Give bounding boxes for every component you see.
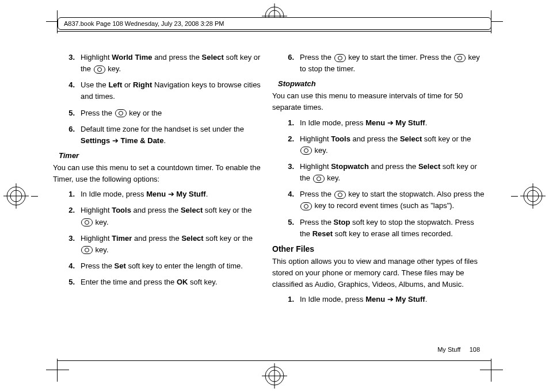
registration-target-icon [520, 183, 546, 209]
step-item: 3.Highlight World Time and press the Sel… [63, 52, 266, 75]
timer-heading: Timer [59, 151, 266, 160]
step-text: Highlight Tools and press the Select sof… [81, 205, 266, 228]
step-list: 1.In Idle mode, press Menu ➔ My Stuff.2.… [283, 117, 486, 240]
step-text: Press the key to start the timer. Press … [300, 52, 486, 75]
step-text: In Idle mode, press Menu ➔ My Stuff. [300, 117, 486, 129]
ok-key-icon [334, 54, 346, 62]
step-text: Default time zone for the handset is set… [81, 124, 266, 147]
footer-section: My Stuff [437, 346, 460, 353]
step-number: 2. [63, 205, 75, 228]
right-column: 6.Press the key to start the timer. Pres… [283, 52, 486, 340]
step-item: 3.Highlight Stopwatch and press the Sele… [283, 161, 486, 184]
step-item: 2.Highlight Tools and press the Select s… [283, 133, 486, 156]
step-text: Highlight Timer and press the Select sof… [81, 233, 266, 256]
step-list: 1.In Idle mode, press Menu ➔ My Stuff.2.… [63, 189, 266, 288]
step-text: Highlight World Time and press the Selec… [81, 52, 266, 75]
step-text: Enter the time and press the OK soft key… [81, 276, 266, 288]
step-item: 1.In Idle mode, press Menu ➔ My Stuff. [283, 117, 486, 129]
step-item: 3.Highlight Timer and press the Select s… [63, 233, 266, 256]
step-list: 6.Press the key to start the timer. Pres… [283, 52, 486, 75]
step-item: 1.In Idle mode, press Menu ➔ My Stuff. [63, 189, 266, 200]
step-text: Press the Stop soft key to stop the stop… [300, 217, 486, 240]
step-number: 4. [283, 189, 294, 212]
stopwatch-heading: Stopwatch [278, 79, 486, 88]
footer-page: 108 [470, 346, 480, 353]
step-number: 3. [283, 161, 294, 184]
ok-key-icon [313, 175, 325, 183]
step-number: 1. [283, 294, 294, 305]
step-text: Highlight Tools and press the Select sof… [300, 133, 486, 156]
step-number: 1. [283, 117, 294, 129]
trim-mark-icon [511, 196, 518, 197]
step-item: 6.Press the key to start the timer. Pres… [283, 52, 486, 75]
ok-key-icon [334, 191, 346, 199]
step-text: Use the Left or Right Navigation keys to… [81, 79, 266, 102]
ok-key-icon [454, 54, 466, 62]
ok-key-icon [81, 246, 93, 254]
ok-key-icon [115, 109, 127, 117]
step-item: 5.Enter the time and press the OK soft k… [63, 276, 266, 288]
step-list: 3.Highlight World Time and press the Sel… [63, 52, 266, 147]
timer-intro: You can use this menu to set a countdown… [53, 162, 266, 185]
other-files-heading: Other Files [272, 244, 486, 253]
step-number: 6. [283, 52, 294, 75]
step-item: 5.Press the key or the [63, 107, 266, 119]
step-item: 2.Highlight Tools and press the Select s… [63, 205, 266, 228]
stopwatch-intro: You can use this menu to measure interva… [272, 90, 486, 113]
step-number: 4. [63, 260, 75, 272]
left-column: 3.Highlight World Time and press the Sel… [63, 52, 266, 340]
step-text: In Idle mode, press Menu ➔ My Stuff. [300, 294, 486, 305]
step-text: Press the Set soft key to enter the leng… [81, 260, 266, 272]
step-text: Highlight Stopwatch and press the Select… [300, 161, 486, 184]
step-number: 5. [63, 276, 75, 288]
step-item: 6.Default time zone for the handset is s… [63, 124, 266, 147]
registration-target-icon [262, 363, 287, 389]
content-columns: 3.Highlight World Time and press the Sel… [63, 52, 486, 340]
step-item: 4.Use the Left or Right Navigation keys … [63, 79, 266, 102]
step-number: 1. [63, 189, 75, 200]
registration-target-icon [3, 183, 29, 209]
rule-line [58, 31, 491, 32]
step-text: Press the key to start the stopwatch. Al… [300, 189, 486, 212]
step-item: 4.Press the key to start the stopwatch. … [283, 189, 486, 212]
page-header: A837.book Page 108 Wednesday, July 23, 2… [58, 17, 491, 30]
step-number: 5. [63, 107, 75, 119]
step-text: Press the key or the [81, 107, 266, 119]
crop-mark-icon [46, 359, 69, 382]
page-footer: My Stuff 108 [437, 346, 480, 353]
ok-key-icon [81, 218, 93, 226]
step-item: 5.Press the Stop soft key to stop the st… [283, 217, 486, 240]
ok-key-icon [300, 202, 312, 210]
step-number: 5. [283, 217, 294, 240]
step-number: 3. [63, 52, 75, 75]
ok-key-icon [94, 66, 105, 74]
step-number: 4. [63, 79, 75, 102]
step-number: 2. [283, 133, 294, 156]
trim-mark-icon [31, 196, 38, 197]
step-item: 4.Press the Set soft key to enter the le… [63, 260, 266, 272]
step-number: 3. [63, 233, 75, 256]
crop-mark-icon [480, 359, 503, 382]
ok-key-icon [300, 147, 312, 155]
other-files-intro: This option allows you to view and manag… [272, 256, 486, 290]
step-text: In Idle mode, press Menu ➔ My Stuff. [81, 189, 266, 200]
rule-line [58, 360, 491, 361]
step-list: 1.In Idle mode, press Menu ➔ My Stuff. [283, 294, 486, 305]
step-number: 6. [63, 124, 75, 147]
step-item: 1.In Idle mode, press Menu ➔ My Stuff. [283, 294, 486, 305]
